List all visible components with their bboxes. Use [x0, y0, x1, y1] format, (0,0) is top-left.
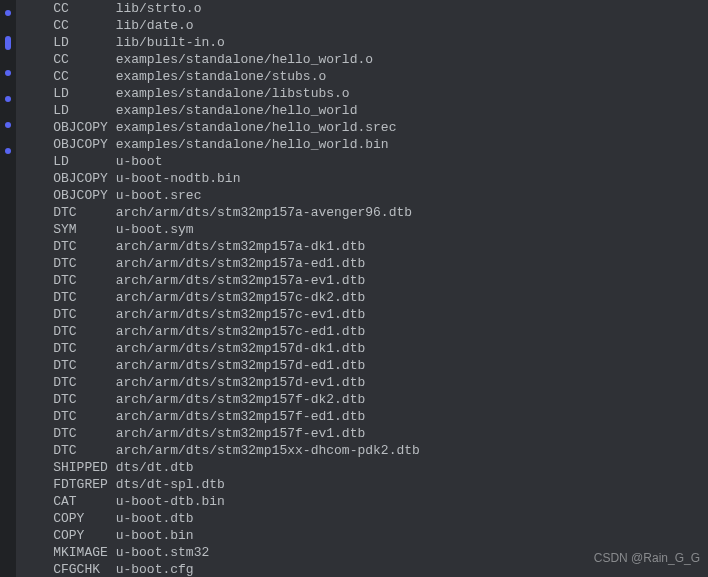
build-file: arch/arm/dts/stm32mp157f-ev1.dtb	[108, 426, 365, 441]
build-command: DTC	[38, 307, 108, 322]
build-output-line: LD examples/standalone/libstubs.o	[22, 85, 708, 102]
build-output-line: SYM u-boot.sym	[22, 221, 708, 238]
build-file: u-boot.srec	[108, 188, 202, 203]
build-output-line: DTC arch/arm/dts/stm32mp157c-ed1.dtb	[22, 323, 708, 340]
build-output-line: OBJCOPY examples/standalone/hello_world.…	[22, 136, 708, 153]
build-output-line: COPY u-boot.dtb	[22, 510, 708, 527]
build-file: arch/arm/dts/stm32mp157a-dk1.dtb	[108, 239, 365, 254]
build-command: FDTGREP	[38, 477, 108, 492]
build-output-line: CC lib/date.o	[22, 17, 708, 34]
build-output-line: DTC arch/arm/dts/stm32mp157d-ed1.dtb	[22, 357, 708, 374]
build-file: u-boot.bin	[108, 528, 194, 543]
build-output-line: DTC arch/arm/dts/stm32mp157f-ed1.dtb	[22, 408, 708, 425]
build-command: MKIMAGE	[38, 545, 108, 560]
build-output-line: OBJCOPY u-boot-nodtb.bin	[22, 170, 708, 187]
build-file: arch/arm/dts/stm32mp157f-ed1.dtb	[108, 409, 365, 424]
build-command: COPY	[38, 528, 108, 543]
build-output-line: DTC arch/arm/dts/stm32mp157a-avenger96.d…	[22, 204, 708, 221]
build-output-line: OBJCOPY u-boot.srec	[22, 187, 708, 204]
build-command: COPY	[38, 511, 108, 526]
build-command: DTC	[38, 409, 108, 424]
build-command: CC	[38, 52, 108, 67]
build-command: OBJCOPY	[38, 137, 108, 152]
build-command: CC	[38, 18, 108, 33]
build-file: examples/standalone/libstubs.o	[108, 86, 350, 101]
build-file: lib/built-in.o	[108, 35, 225, 50]
build-file: arch/arm/dts/stm32mp157a-avenger96.dtb	[108, 205, 412, 220]
build-file: dts/dt.dtb	[108, 460, 194, 475]
server-indicator-active[interactable]	[5, 36, 11, 50]
build-command: DTC	[38, 426, 108, 441]
build-command: DTC	[38, 324, 108, 339]
build-command: DTC	[38, 273, 108, 288]
build-command: DTC	[38, 375, 108, 390]
build-command: DTC	[38, 358, 108, 373]
build-output-line: OBJCOPY examples/standalone/hello_world.…	[22, 119, 708, 136]
server-indicator[interactable]	[5, 148, 11, 154]
build-command: LD	[38, 86, 108, 101]
build-file: arch/arm/dts/stm32mp157d-ed1.dtb	[108, 358, 365, 373]
watermark-text: CSDN @Rain_G_G	[594, 551, 700, 565]
build-command: OBJCOPY	[38, 120, 108, 135]
server-indicator[interactable]	[5, 10, 11, 16]
build-file: lib/date.o	[108, 18, 194, 33]
build-output-line: DTC arch/arm/dts/stm32mp157f-dk2.dtb	[22, 391, 708, 408]
build-output-line: DTC arch/arm/dts/stm32mp15xx-dhcom-pdk2.…	[22, 442, 708, 459]
build-file: u-boot.sym	[108, 222, 194, 237]
terminal-output[interactable]: CC lib/strto.o CC lib/date.o LD lib/buil…	[16, 0, 708, 577]
build-output-line: DTC arch/arm/dts/stm32mp157a-ev1.dtb	[22, 272, 708, 289]
build-file: examples/standalone/hello_world	[108, 103, 358, 118]
build-output-line: LD lib/built-in.o	[22, 34, 708, 51]
build-file: u-boot-nodtb.bin	[108, 171, 241, 186]
build-file: arch/arm/dts/stm32mp15xx-dhcom-pdk2.dtb	[108, 443, 420, 458]
build-command: SHIPPED	[38, 460, 108, 475]
build-command: CC	[38, 1, 108, 16]
build-file: u-boot.stm32	[108, 545, 209, 560]
build-file: arch/arm/dts/stm32mp157c-ed1.dtb	[108, 324, 365, 339]
build-file: examples/standalone/hello_world.bin	[108, 137, 389, 152]
build-command: DTC	[38, 341, 108, 356]
build-command: DTC	[38, 443, 108, 458]
activity-sidebar	[0, 0, 16, 577]
build-output-line: CC lib/strto.o	[22, 0, 708, 17]
build-command: DTC	[38, 290, 108, 305]
build-file: examples/standalone/hello_world.srec	[108, 120, 397, 135]
build-file: examples/standalone/hello_world.o	[108, 52, 373, 67]
build-command: CC	[38, 69, 108, 84]
build-command: DTC	[38, 392, 108, 407]
build-file: examples/standalone/stubs.o	[108, 69, 326, 84]
build-file: u-boot	[108, 154, 163, 169]
build-command: CAT	[38, 494, 108, 509]
build-file: arch/arm/dts/stm32mp157d-dk1.dtb	[108, 341, 365, 356]
build-output-line: DTC arch/arm/dts/stm32mp157d-ev1.dtb	[22, 374, 708, 391]
build-file: arch/arm/dts/stm32mp157f-dk2.dtb	[108, 392, 365, 407]
build-output-line: DTC arch/arm/dts/stm32mp157a-ed1.dtb	[22, 255, 708, 272]
build-command: DTC	[38, 239, 108, 254]
build-command: SYM	[38, 222, 108, 237]
build-command: LD	[38, 35, 108, 50]
build-command: CFGCHK	[38, 562, 108, 577]
build-command: OBJCOPY	[38, 188, 108, 203]
build-command: LD	[38, 154, 108, 169]
build-file: arch/arm/dts/stm32mp157a-ed1.dtb	[108, 256, 365, 271]
build-file: u-boot.cfg	[108, 562, 194, 577]
build-command: DTC	[38, 205, 108, 220]
build-output-line: LD u-boot	[22, 153, 708, 170]
build-output-line: FDTGREP dts/dt-spl.dtb	[22, 476, 708, 493]
build-file: dts/dt-spl.dtb	[108, 477, 225, 492]
build-output-line: DTC arch/arm/dts/stm32mp157f-ev1.dtb	[22, 425, 708, 442]
server-indicator[interactable]	[5, 96, 11, 102]
build-command: DTC	[38, 256, 108, 271]
build-output-line: SHIPPED dts/dt.dtb	[22, 459, 708, 476]
build-file: arch/arm/dts/stm32mp157a-ev1.dtb	[108, 273, 365, 288]
build-output-line: DTC arch/arm/dts/stm32mp157c-dk2.dtb	[22, 289, 708, 306]
server-indicator[interactable]	[5, 122, 11, 128]
server-indicator[interactable]	[5, 70, 11, 76]
build-output-line: CC examples/standalone/hello_world.o	[22, 51, 708, 68]
build-output-line: COPY u-boot.bin	[22, 527, 708, 544]
build-file: u-boot.dtb	[108, 511, 194, 526]
build-output-line: LD examples/standalone/hello_world	[22, 102, 708, 119]
build-output-line: CAT u-boot-dtb.bin	[22, 493, 708, 510]
build-file: lib/strto.o	[108, 1, 202, 16]
build-file: arch/arm/dts/stm32mp157c-ev1.dtb	[108, 307, 365, 322]
